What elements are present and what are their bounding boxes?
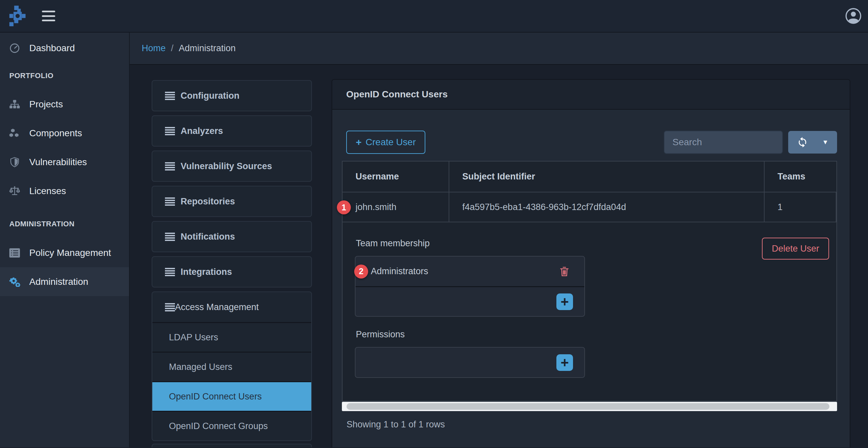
column-header-teams[interactable]: Teams <box>765 162 836 192</box>
team-membership-label: Team membership <box>356 238 430 249</box>
team-list-item: Administrators 2 <box>355 257 584 286</box>
app-logo-icon[interactable] <box>9 6 27 26</box>
sitemap-icon <box>9 99 20 109</box>
rows-summary: Showing 1 to 1 of 1 rows <box>346 419 445 430</box>
dashboard-icon <box>9 42 20 54</box>
sidebar-item-label: Administration <box>29 277 88 287</box>
breadcrumb: Home / Administration <box>130 33 868 65</box>
list-icon <box>165 233 175 241</box>
list-icon <box>165 162 175 170</box>
create-user-button[interactable]: + Create User <box>346 131 425 154</box>
column-header-subject-identifier[interactable]: Subject Identifier <box>449 162 765 192</box>
search-input[interactable] <box>664 131 783 154</box>
admin-menu-label: Vulnerability Sources <box>181 161 272 171</box>
refresh-icon <box>797 137 808 148</box>
admin-menu-label: Notifications <box>181 232 235 242</box>
admin-menu-item-notifications[interactable]: Notifications <box>152 221 312 252</box>
remove-team-trash-icon[interactable] <box>558 265 570 278</box>
team-membership-list: Administrators 2 + <box>355 256 585 317</box>
admin-menu-label: Analyzers <box>181 126 223 136</box>
list-icon <box>165 268 175 276</box>
panel-header: OpenID Connect Users <box>332 80 850 110</box>
shield-icon <box>9 157 20 167</box>
table-row[interactable]: john.smith f4a597b5-eba1-4386-963b-12cf7… <box>343 192 836 222</box>
sidebar-item-label: Components <box>29 128 82 138</box>
content-area: Configuration Analyzers Vulnerability So… <box>130 65 868 447</box>
chevron-down-icon[interactable]: ▼ <box>822 138 829 146</box>
admin-menu-item-analyzers[interactable]: Analyzers <box>152 115 312 147</box>
admin-menu-item-configuration[interactable]: Configuration <box>152 80 312 111</box>
admin-menu-item-repositories[interactable]: Repositories <box>152 186 312 217</box>
cubes-icon <box>9 128 20 138</box>
balance-scale-icon <box>9 186 20 196</box>
sidebar-item-policy-management[interactable]: Policy Management <box>0 238 129 267</box>
list-icon <box>165 127 175 135</box>
admin-menu-item-openid-connect-groups[interactable]: OpenID Connect Groups <box>152 411 311 440</box>
admin-menu-next-card-partial <box>152 444 312 447</box>
sidebar-item-label: Policy Management <box>29 248 111 258</box>
plus-icon: + <box>356 137 362 148</box>
sidebar-item-licenses[interactable]: Licenses <box>0 177 129 205</box>
admin-menu-item-managed-users[interactable]: Managed Users <box>152 352 311 381</box>
cell-username: john.smith <box>343 192 449 222</box>
plus-icon: + <box>561 355 569 370</box>
admin-menu: Configuration Analyzers Vulnerability So… <box>152 80 312 447</box>
sidebar-item-dashboard[interactable]: Dashboard <box>0 33 129 63</box>
sidebar-item-projects[interactable]: Projects <box>0 90 129 119</box>
cell-subject-identifier: f4a597b5-eba1-4386-963b-12cf7dfda04d <box>449 192 765 222</box>
column-header-username[interactable]: Username <box>343 162 449 192</box>
add-team-row: + <box>355 286 584 316</box>
oidc-users-panel: OpenID Connect Users + Create User <box>332 79 850 447</box>
table-header-row: Username Subject Identifier Teams <box>343 162 836 192</box>
plus-icon: + <box>561 294 569 309</box>
list-icon <box>165 303 175 311</box>
sidebar-item-label: Projects <box>29 99 63 110</box>
sidebar-section-portfolio: PORTFOLIO <box>0 66 129 86</box>
user-avatar-icon[interactable] <box>845 8 862 24</box>
list-icon <box>165 197 175 206</box>
permissions-list: + <box>355 347 585 378</box>
admin-menu-label: Access Management <box>175 302 259 312</box>
panel-body: + Create User ▼ <box>332 110 850 447</box>
sidebar-item-administration[interactable]: Administration <box>0 267 129 296</box>
breadcrumb-home-link[interactable]: Home <box>142 43 166 54</box>
list-icon <box>165 92 175 100</box>
admin-menu-label: Repositories <box>181 196 235 207</box>
main-area: Home / Administration Configuration Anal… <box>130 33 868 447</box>
app-window: Dashboard PORTFOLIO Projects Components <box>0 0 868 448</box>
sidebar-item-label: Vulnerabilities <box>29 157 87 167</box>
panel-title: OpenID Connect Users <box>346 89 447 100</box>
admin-menu-label: Configuration <box>181 91 240 101</box>
permissions-label: Permissions <box>356 329 405 340</box>
add-team-button[interactable]: + <box>556 293 573 310</box>
refresh-button[interactable]: ▼ <box>788 131 837 154</box>
admin-menu-item-vulnerability-sources[interactable]: Vulnerability Sources <box>152 151 312 182</box>
admin-menu-item-integrations[interactable]: Integrations <box>152 256 312 287</box>
admin-menu-item-openid-connect-users[interactable]: OpenID Connect Users <box>152 381 311 411</box>
sidebar-item-components[interactable]: Components <box>0 119 129 148</box>
topbar <box>0 0 868 33</box>
create-user-label: Create User <box>366 137 416 148</box>
admin-menu-item-access-management[interactable]: Access Management <box>152 292 311 322</box>
sidebar-section-administration: ADMINISTRATION <box>0 214 129 234</box>
sidebar-item-vulnerabilities[interactable]: Vulnerabilities <box>0 148 129 177</box>
add-permission-row: + <box>355 348 584 377</box>
annotation-badge-2: 2 <box>354 264 368 279</box>
team-name: Administrators <box>371 266 428 277</box>
policy-list-icon <box>9 248 20 258</box>
row-detail-panel: Team membership Administrators 2 <box>343 222 836 401</box>
horizontal-scrollbar-thumb[interactable] <box>346 403 830 410</box>
breadcrumb-separator: / <box>171 43 174 54</box>
admin-menu-group-access-management: Access Management LDAP Users Managed Use… <box>152 291 312 441</box>
sidebar: Dashboard PORTFOLIO Projects Components <box>0 33 130 447</box>
menu-toggle-icon[interactable] <box>42 11 55 21</box>
delete-user-button[interactable]: Delete User <box>762 237 829 260</box>
sidebar-item-label: Dashboard <box>29 43 75 54</box>
annotation-badge-1: 1 <box>337 200 351 214</box>
add-permission-button[interactable]: + <box>556 354 573 371</box>
oidc-users-table: Username Subject Identifier Teams john.s… <box>342 161 837 402</box>
cell-teams: 1 <box>765 192 836 222</box>
admin-menu-item-ldap-users[interactable]: LDAP Users <box>152 322 311 352</box>
horizontal-scrollbar-track[interactable] <box>342 402 837 411</box>
gears-icon <box>9 277 20 287</box>
